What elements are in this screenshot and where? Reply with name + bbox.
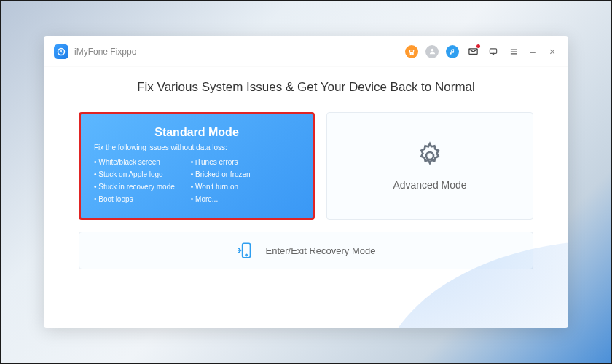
svg-point-8	[246, 254, 247, 256]
list-item: Bricked or frozen	[191, 168, 251, 181]
advanced-mode-card[interactable]: Advanced Mode	[326, 112, 533, 220]
list-item: Stuck in recovery mode	[94, 181, 175, 193]
minimize-button[interactable]: –	[527, 46, 539, 58]
standard-mode-card[interactable]: Standard Mode Fix the following issues w…	[79, 112, 315, 220]
standard-mode-list: White/black screen Stuck on Apple logo S…	[94, 156, 251, 205]
main-content: Fix Various System Issues & Get Your Dev…	[44, 67, 568, 269]
list-item: More...	[191, 193, 251, 205]
standard-mode-subtitle: Fix the following issues without data lo…	[94, 143, 227, 151]
cart-icon[interactable]	[405, 45, 418, 58]
logo-block: iMyFone Fixppo	[54, 44, 136, 59]
app-name: iMyFone Fixppo	[74, 47, 136, 57]
page-heading: Fix Various System Issues & Get Your Dev…	[79, 80, 533, 95]
recovery-phone-icon	[236, 241, 255, 260]
music-icon[interactable]	[446, 45, 459, 58]
list-item: Won't turn on	[191, 181, 251, 193]
mode-cards-row: Standard Mode Fix the following issues w…	[79, 112, 533, 220]
recovery-mode-card[interactable]: Enter/Exit Recovery Mode	[79, 232, 533, 269]
svg-point-3	[431, 49, 434, 52]
gear-icon	[415, 141, 444, 170]
svg-point-6	[426, 152, 434, 159]
feedback-icon[interactable]	[487, 45, 500, 58]
svg-point-2	[412, 53, 413, 54]
advanced-mode-label: Advanced Mode	[393, 179, 466, 191]
list-item: Stuck on Apple logo	[94, 168, 175, 181]
menu-icon[interactable]	[507, 45, 520, 58]
titlebar-actions: – ×	[405, 45, 558, 58]
svg-point-1	[410, 53, 411, 54]
list-item: White/black screen	[94, 156, 175, 168]
list-item: iTunes errors	[191, 156, 251, 168]
app-logo-icon	[54, 44, 68, 59]
list-item: Boot loops	[94, 193, 175, 205]
mail-icon[interactable]	[466, 45, 479, 58]
close-button[interactable]: ×	[546, 46, 558, 58]
recovery-mode-label: Enter/Exit Recovery Mode	[265, 245, 375, 256]
standard-mode-title: Standard Mode	[94, 126, 299, 139]
titlebar: iMyFone Fixppo – ×	[44, 36, 568, 67]
app-window: iMyFone Fixppo – ×	[44, 36, 568, 328]
user-icon[interactable]	[425, 45, 439, 58]
